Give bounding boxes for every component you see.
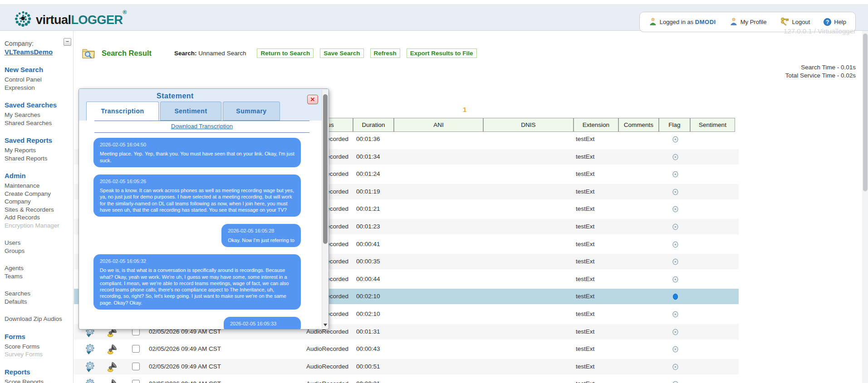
sidebar-item-groups[interactable]: Groups [5,247,70,255]
flag-off-icon[interactable] [672,170,679,180]
table-row[interactable]: 02/05/2026 09:49 AM CSTAudioRecorded00:0… [74,341,739,357]
sidebar-item-create-company[interactable]: Create Company [5,190,70,198]
my-profile-button[interactable]: My Profile [730,17,767,27]
flag-off-icon[interactable] [672,345,679,355]
flag-off-icon[interactable] [672,153,679,163]
flag-off-icon[interactable] [672,328,679,338]
scroll-down-arrow-icon[interactable] [324,324,327,326]
sidebar-heading-reports: Reports [5,368,70,376]
logged-in-status: Logged in as DMODI [649,17,716,27]
column-header-extension[interactable]: Extension [574,118,618,132]
cell-dnis [485,359,573,374]
sidebar-item-teams[interactable]: Teams [5,272,70,281]
sidebar-item-download-zip-audios[interactable]: Download Zip Audios [5,315,70,323]
sidebar-item-maintenance[interactable]: Maintenance [5,182,70,190]
column-header-flag[interactable]: Flag [659,118,690,132]
message-timestamp: 2026-02-05 16:05:26 [100,178,294,184]
row-checkbox[interactable] [132,363,140,370]
return-to-search-button[interactable]: Return to Search [257,48,314,58]
sidebar-item-searches[interactable]: Searches [5,290,70,298]
page-scrollbar-thumb[interactable] [863,34,868,191]
cell-dnis [485,306,573,322]
message-text: Speak to a know. It can work across phon… [100,187,294,213]
sidebar-item-shared-reports[interactable]: Shared Reports [5,155,70,163]
sidebar-section: FormsScore FormsSurvey Forms [5,333,70,359]
flag-off-icon[interactable] [672,136,679,145]
help-button[interactable]: ? Help [824,18,846,26]
cell-date: 02/05/2026 09:49 AM CST [149,359,221,374]
row-checkbox[interactable] [132,345,140,353]
column-header-sentiment[interactable]: Sentiment [690,118,735,132]
play-audio-icon[interactable] [107,361,118,374]
export-results-button[interactable]: Export Results to File [407,48,477,58]
flag-off-icon[interactable] [672,223,679,233]
flag-on-icon[interactable] [672,293,679,302]
play-audio-icon[interactable] [107,378,118,383]
close-icon[interactable]: ✕ [307,95,318,104]
cell-ani [396,237,482,252]
flag-off-icon[interactable] [672,205,679,215]
cell-sentiment [693,359,736,374]
row-checkbox[interactable] [132,380,140,383]
modal-scrollbar-thumb[interactable] [323,94,328,244]
sidebar-item-shared-searches[interactable]: Shared Searches [5,119,70,127]
table-row[interactable]: 02/05/2026 09:49 AM CSTAudioRecorded00:0… [74,376,739,383]
page-title: Search Result [102,49,152,58]
cell-extension: testExt [576,254,594,269]
flag-off-icon[interactable] [672,188,679,198]
sidebar-item-score-reports[interactable]: Score Reports [5,378,70,383]
sidebar-item-sites-recorders[interactable]: Sites & Recorders [5,206,70,214]
play-audio-icon[interactable] [107,343,118,357]
tab-summary[interactable]: Summary [223,102,280,121]
column-header-dnis[interactable]: DNIS [483,118,574,132]
actions-gear-icon[interactable] [84,343,96,357]
cell-comments [621,131,659,147]
flag-off-icon[interactable] [672,363,679,373]
table-row[interactable]: 02/05/2026 09:49 AM CSTAudioRecorded00:0… [74,359,739,374]
cell-duration: 00:02:10 [356,306,380,322]
sidebar-item-users[interactable]: Users [5,239,70,247]
column-header-comments[interactable]: Comments [618,118,659,132]
sidebar-item-add-records[interactable]: Add Records [5,213,70,222]
virtuallogger-logo: virtualLOGGER® [14,10,127,30]
cell-ani [396,271,482,287]
pagination-page-1[interactable]: 1 [463,106,466,113]
refresh-button[interactable]: Refresh [370,48,400,58]
cell-duration: 00:00:41 [356,237,380,252]
sidebar-item-score-forms[interactable]: Score Forms [5,343,70,351]
tab-sentiment[interactable]: Sentiment [160,102,221,121]
sidebar-collapse-button[interactable]: − [64,38,71,46]
flag-off-icon[interactable] [672,310,679,320]
actions-gear-icon[interactable] [84,378,96,383]
company-name-link[interactable]: VLTeamsDemo [5,48,53,56]
flag-off-icon[interactable] [672,276,679,285]
sidebar-item-control-panel[interactable]: Control Panel [5,76,70,84]
sidebar-item-my-searches[interactable]: My Searches [5,111,70,119]
cell-ani [396,341,482,357]
cell-comments [621,376,659,383]
search-time: Search Time - 0.01s [785,63,856,72]
modal-scrollbar[interactable] [322,90,328,328]
cell-duration: 00:00:31 [356,376,380,383]
flag-off-icon[interactable] [672,241,679,250]
message-text: Okay. Now I'm just referring to [228,237,294,243]
sidebar-heading-saved-reports: Saved Reports [5,136,70,144]
logout-button[interactable]: Logout [780,17,810,27]
flag-off-icon[interactable] [672,380,679,383]
cell-sentiment [693,341,736,357]
sidebar-item-agents[interactable]: Agents [5,264,70,272]
page-scrollbar[interactable] [862,31,868,383]
save-search-button[interactable]: Save Search [320,48,363,58]
column-header-ani[interactable]: ANI [394,118,483,132]
flag-off-icon[interactable] [672,258,679,267]
download-transcription-link[interactable]: Download Transcription [94,123,309,130]
column-header-duration[interactable]: Duration [353,118,394,132]
cell-comments [621,166,659,182]
sidebar-item-my-reports[interactable]: My Reports [5,146,70,155]
registered-mark: ® [123,9,127,15]
actions-gear-icon[interactable] [84,361,96,374]
sidebar-item-company[interactable]: Company [5,198,70,206]
sidebar-item-defaults[interactable]: Defaults [5,298,70,306]
tab-transcription[interactable]: Transcription [86,102,159,121]
sidebar-item-expression[interactable]: Expression [5,84,70,92]
